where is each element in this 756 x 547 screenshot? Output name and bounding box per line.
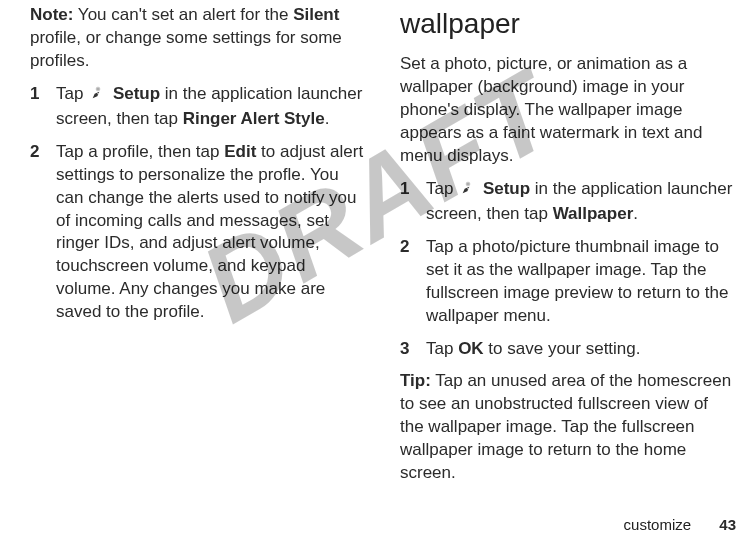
note-label: Note:	[30, 5, 73, 24]
step-number: 3	[400, 338, 426, 361]
left-column: Note: You can't set an alert for the Sil…	[30, 4, 366, 495]
step-number: 2	[400, 236, 426, 328]
gear-icon	[460, 180, 476, 203]
tip-text: Tap an unused area of the homescreen to …	[400, 371, 731, 482]
step-text-pre: Tap	[426, 339, 458, 358]
tip-label: Tip:	[400, 371, 431, 390]
edit-label: Edit	[224, 142, 256, 161]
step-text-pre: Tap a profile, then tap	[56, 142, 224, 161]
footer-section: customize	[624, 516, 692, 533]
page-footer: customize 43	[624, 514, 736, 535]
step-text-post: to save your setting.	[484, 339, 641, 358]
step-text-post: .	[633, 204, 638, 223]
step-body: Tap Setup in the application launcher sc…	[56, 83, 366, 131]
step-number: 2	[30, 141, 56, 325]
setup-label: Setup	[483, 179, 530, 198]
note-silent: Silent	[293, 5, 339, 24]
left-step-2: 2 Tap a profile, then tap Edit to adjust…	[30, 141, 366, 325]
content-columns: Note: You can't set an alert for the Sil…	[30, 4, 736, 495]
note-text-b: profile, or change some settings for som…	[30, 28, 342, 70]
wallpaper-intro: Set a photo, picture, or animation as a …	[400, 53, 736, 168]
ringer-alert-style-label: Ringer Alert Style	[183, 109, 325, 128]
note-text-a: You can't set an alert for the	[73, 5, 293, 24]
footer-page-number: 43	[719, 516, 736, 533]
step-body: Tap OK to save your setting.	[426, 338, 736, 361]
step-body: Tap a photo/picture thumbnail image to s…	[426, 236, 736, 328]
step-body: Tap Setup in the application launcher sc…	[426, 178, 736, 226]
right-column: wallpaper Set a photo, picture, or anima…	[400, 4, 736, 495]
step-text-pre: Tap	[56, 84, 88, 103]
tip-paragraph: Tip: Tap an unused area of the homescree…	[400, 370, 736, 485]
step-text-mid: to adjust alert settings to personalize …	[56, 142, 363, 322]
ok-label: OK	[458, 339, 484, 358]
wallpaper-heading: wallpaper	[400, 4, 736, 43]
left-step-1: 1 Tap Setup in the application launcher …	[30, 83, 366, 131]
gear-icon	[90, 85, 106, 108]
setup-label: Setup	[113, 84, 160, 103]
right-step-1: 1 Tap Setup in the application launcher …	[400, 178, 736, 226]
right-step-3: 3 Tap OK to save your setting.	[400, 338, 736, 361]
wallpaper-label: Wallpaper	[553, 204, 634, 223]
step-text-pre: Tap	[426, 179, 458, 198]
step-number: 1	[30, 83, 56, 131]
note-paragraph: Note: You can't set an alert for the Sil…	[30, 4, 366, 73]
step-text-post: .	[325, 109, 330, 128]
step-body: Tap a profile, then tap Edit to adjust a…	[56, 141, 366, 325]
right-step-2: 2 Tap a photo/picture thumbnail image to…	[400, 236, 736, 328]
step-number: 1	[400, 178, 426, 226]
